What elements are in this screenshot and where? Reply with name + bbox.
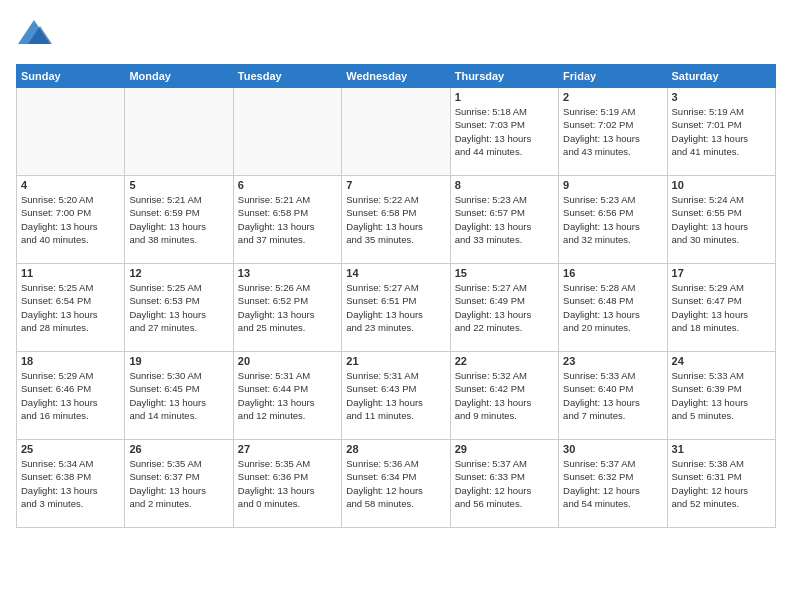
- calendar-cell: 10Sunrise: 5:24 AM Sunset: 6:55 PM Dayli…: [667, 176, 775, 264]
- calendar-cell: 6Sunrise: 5:21 AM Sunset: 6:58 PM Daylig…: [233, 176, 341, 264]
- calendar-cell: [233, 88, 341, 176]
- calendar-week-row: 25Sunrise: 5:34 AM Sunset: 6:38 PM Dayli…: [17, 440, 776, 528]
- day-number: 17: [672, 267, 771, 279]
- day-number: 21: [346, 355, 445, 367]
- calendar-cell: 16Sunrise: 5:28 AM Sunset: 6:48 PM Dayli…: [559, 264, 667, 352]
- day-number: 14: [346, 267, 445, 279]
- weekday-header-thursday: Thursday: [450, 65, 558, 88]
- day-info: Sunrise: 5:24 AM Sunset: 6:55 PM Dayligh…: [672, 193, 771, 246]
- day-info: Sunrise: 5:30 AM Sunset: 6:45 PM Dayligh…: [129, 369, 228, 422]
- calendar-cell: 27Sunrise: 5:35 AM Sunset: 6:36 PM Dayli…: [233, 440, 341, 528]
- weekday-header-tuesday: Tuesday: [233, 65, 341, 88]
- day-number: 28: [346, 443, 445, 455]
- day-info: Sunrise: 5:27 AM Sunset: 6:51 PM Dayligh…: [346, 281, 445, 334]
- day-number: 12: [129, 267, 228, 279]
- calendar-cell: 24Sunrise: 5:33 AM Sunset: 6:39 PM Dayli…: [667, 352, 775, 440]
- page-header: [16, 16, 776, 52]
- day-number: 3: [672, 91, 771, 103]
- calendar-cell: 9Sunrise: 5:23 AM Sunset: 6:56 PM Daylig…: [559, 176, 667, 264]
- day-info: Sunrise: 5:18 AM Sunset: 7:03 PM Dayligh…: [455, 105, 554, 158]
- day-info: Sunrise: 5:29 AM Sunset: 6:47 PM Dayligh…: [672, 281, 771, 334]
- logo-icon: [16, 16, 52, 52]
- day-info: Sunrise: 5:33 AM Sunset: 6:40 PM Dayligh…: [563, 369, 662, 422]
- calendar-week-row: 18Sunrise: 5:29 AM Sunset: 6:46 PM Dayli…: [17, 352, 776, 440]
- weekday-header-friday: Friday: [559, 65, 667, 88]
- day-number: 8: [455, 179, 554, 191]
- day-number: 19: [129, 355, 228, 367]
- day-info: Sunrise: 5:37 AM Sunset: 6:33 PM Dayligh…: [455, 457, 554, 510]
- day-number: 9: [563, 179, 662, 191]
- day-info: Sunrise: 5:23 AM Sunset: 6:57 PM Dayligh…: [455, 193, 554, 246]
- calendar-cell: 13Sunrise: 5:26 AM Sunset: 6:52 PM Dayli…: [233, 264, 341, 352]
- day-info: Sunrise: 5:33 AM Sunset: 6:39 PM Dayligh…: [672, 369, 771, 422]
- weekday-header-sunday: Sunday: [17, 65, 125, 88]
- day-info: Sunrise: 5:35 AM Sunset: 6:37 PM Dayligh…: [129, 457, 228, 510]
- day-number: 1: [455, 91, 554, 103]
- day-number: 30: [563, 443, 662, 455]
- day-info: Sunrise: 5:32 AM Sunset: 6:42 PM Dayligh…: [455, 369, 554, 422]
- day-info: Sunrise: 5:27 AM Sunset: 6:49 PM Dayligh…: [455, 281, 554, 334]
- day-number: 31: [672, 443, 771, 455]
- day-info: Sunrise: 5:23 AM Sunset: 6:56 PM Dayligh…: [563, 193, 662, 246]
- calendar-table: SundayMondayTuesdayWednesdayThursdayFrid…: [16, 64, 776, 528]
- calendar-cell: 2Sunrise: 5:19 AM Sunset: 7:02 PM Daylig…: [559, 88, 667, 176]
- calendar-cell: 19Sunrise: 5:30 AM Sunset: 6:45 PM Dayli…: [125, 352, 233, 440]
- day-number: 13: [238, 267, 337, 279]
- day-number: 2: [563, 91, 662, 103]
- calendar-cell: 17Sunrise: 5:29 AM Sunset: 6:47 PM Dayli…: [667, 264, 775, 352]
- day-number: 20: [238, 355, 337, 367]
- calendar-cell: 14Sunrise: 5:27 AM Sunset: 6:51 PM Dayli…: [342, 264, 450, 352]
- day-info: Sunrise: 5:20 AM Sunset: 7:00 PM Dayligh…: [21, 193, 120, 246]
- calendar-cell: 15Sunrise: 5:27 AM Sunset: 6:49 PM Dayli…: [450, 264, 558, 352]
- calendar-cell: 28Sunrise: 5:36 AM Sunset: 6:34 PM Dayli…: [342, 440, 450, 528]
- calendar-week-row: 11Sunrise: 5:25 AM Sunset: 6:54 PM Dayli…: [17, 264, 776, 352]
- day-info: Sunrise: 5:22 AM Sunset: 6:58 PM Dayligh…: [346, 193, 445, 246]
- day-number: 5: [129, 179, 228, 191]
- day-info: Sunrise: 5:21 AM Sunset: 6:59 PM Dayligh…: [129, 193, 228, 246]
- day-number: 27: [238, 443, 337, 455]
- day-info: Sunrise: 5:21 AM Sunset: 6:58 PM Dayligh…: [238, 193, 337, 246]
- calendar-cell: 7Sunrise: 5:22 AM Sunset: 6:58 PM Daylig…: [342, 176, 450, 264]
- weekday-header-saturday: Saturday: [667, 65, 775, 88]
- calendar-cell: 1Sunrise: 5:18 AM Sunset: 7:03 PM Daylig…: [450, 88, 558, 176]
- calendar-cell: 11Sunrise: 5:25 AM Sunset: 6:54 PM Dayli…: [17, 264, 125, 352]
- calendar-cell: 30Sunrise: 5:37 AM Sunset: 6:32 PM Dayli…: [559, 440, 667, 528]
- day-number: 26: [129, 443, 228, 455]
- day-info: Sunrise: 5:36 AM Sunset: 6:34 PM Dayligh…: [346, 457, 445, 510]
- day-number: 6: [238, 179, 337, 191]
- calendar-week-row: 1Sunrise: 5:18 AM Sunset: 7:03 PM Daylig…: [17, 88, 776, 176]
- calendar-cell: [125, 88, 233, 176]
- day-info: Sunrise: 5:31 AM Sunset: 6:44 PM Dayligh…: [238, 369, 337, 422]
- calendar-cell: 8Sunrise: 5:23 AM Sunset: 6:57 PM Daylig…: [450, 176, 558, 264]
- calendar-cell: 23Sunrise: 5:33 AM Sunset: 6:40 PM Dayli…: [559, 352, 667, 440]
- day-number: 29: [455, 443, 554, 455]
- calendar-cell: [17, 88, 125, 176]
- day-info: Sunrise: 5:26 AM Sunset: 6:52 PM Dayligh…: [238, 281, 337, 334]
- day-info: Sunrise: 5:29 AM Sunset: 6:46 PM Dayligh…: [21, 369, 120, 422]
- day-info: Sunrise: 5:35 AM Sunset: 6:36 PM Dayligh…: [238, 457, 337, 510]
- calendar-cell: 5Sunrise: 5:21 AM Sunset: 6:59 PM Daylig…: [125, 176, 233, 264]
- calendar-cell: [342, 88, 450, 176]
- day-number: 22: [455, 355, 554, 367]
- day-info: Sunrise: 5:19 AM Sunset: 7:02 PM Dayligh…: [563, 105, 662, 158]
- day-info: Sunrise: 5:31 AM Sunset: 6:43 PM Dayligh…: [346, 369, 445, 422]
- calendar-cell: 4Sunrise: 5:20 AM Sunset: 7:00 PM Daylig…: [17, 176, 125, 264]
- logo: [16, 16, 56, 52]
- day-info: Sunrise: 5:38 AM Sunset: 6:31 PM Dayligh…: [672, 457, 771, 510]
- day-number: 25: [21, 443, 120, 455]
- calendar-cell: 18Sunrise: 5:29 AM Sunset: 6:46 PM Dayli…: [17, 352, 125, 440]
- day-number: 24: [672, 355, 771, 367]
- day-info: Sunrise: 5:25 AM Sunset: 6:53 PM Dayligh…: [129, 281, 228, 334]
- calendar-cell: 12Sunrise: 5:25 AM Sunset: 6:53 PM Dayli…: [125, 264, 233, 352]
- calendar-week-row: 4Sunrise: 5:20 AM Sunset: 7:00 PM Daylig…: [17, 176, 776, 264]
- calendar-cell: 3Sunrise: 5:19 AM Sunset: 7:01 PM Daylig…: [667, 88, 775, 176]
- day-number: 15: [455, 267, 554, 279]
- day-number: 11: [21, 267, 120, 279]
- calendar-cell: 26Sunrise: 5:35 AM Sunset: 6:37 PM Dayli…: [125, 440, 233, 528]
- calendar-cell: 31Sunrise: 5:38 AM Sunset: 6:31 PM Dayli…: [667, 440, 775, 528]
- calendar-cell: 22Sunrise: 5:32 AM Sunset: 6:42 PM Dayli…: [450, 352, 558, 440]
- weekday-header-wednesday: Wednesday: [342, 65, 450, 88]
- day-info: Sunrise: 5:28 AM Sunset: 6:48 PM Dayligh…: [563, 281, 662, 334]
- day-info: Sunrise: 5:25 AM Sunset: 6:54 PM Dayligh…: [21, 281, 120, 334]
- day-info: Sunrise: 5:19 AM Sunset: 7:01 PM Dayligh…: [672, 105, 771, 158]
